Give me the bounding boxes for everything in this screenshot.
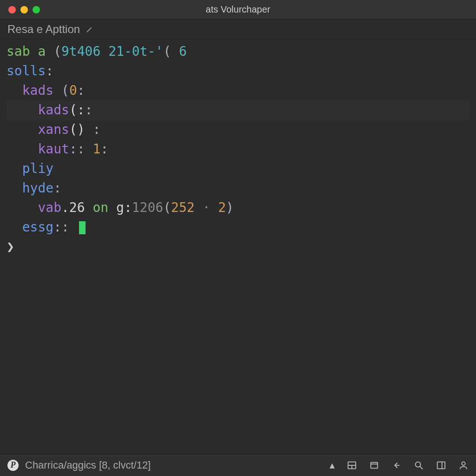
- tab-label: Resa e Apttion: [7, 23, 80, 36]
- window-title: ats Volurchaper: [206, 4, 271, 15]
- svg-rect-7: [437, 462, 445, 469]
- statusbar: P Charrica/aggics [8, clvct/12] ▴: [0, 454, 476, 476]
- search-icon[interactable]: [414, 460, 424, 470]
- code-line: kads (0:: [7, 81, 469, 100]
- prompt-symbol: ❯: [7, 239, 14, 254]
- code-line: vab.26 on g:1206(252 · 2): [7, 198, 469, 218]
- prompt-line: ❯: [7, 237, 469, 257]
- code-line: xans() :: [7, 120, 469, 139]
- status-left: P Charrica/aggics [8, clvct/12]: [7, 459, 151, 471]
- tab-active[interactable]: Resa e Apttion: [4, 21, 98, 38]
- svg-rect-3: [371, 462, 378, 468]
- code-line: sab a (9t406 21-0t-'( 6: [7, 42, 469, 61]
- code-line: pliy: [7, 159, 469, 178]
- branch-label[interactable]: Charrica/aggics [8, clvct/12]: [25, 459, 151, 471]
- pencil-icon: [86, 25, 94, 33]
- code-line: essg::: [7, 218, 469, 237]
- svg-point-5: [416, 462, 421, 467]
- code-line: hyde:: [7, 178, 469, 198]
- code-line: solls:: [7, 61, 469, 81]
- code-line: kads(::: [7, 100, 469, 120]
- user-icon[interactable]: [458, 460, 469, 470]
- close-window-button[interactable]: [8, 6, 16, 13]
- traffic-lights: [8, 6, 40, 13]
- code-line: kaut:: 1:: [7, 139, 469, 159]
- svg-line-6: [420, 466, 423, 469]
- back-arrow-icon[interactable]: [391, 460, 402, 470]
- minimize-window-button[interactable]: [20, 6, 28, 13]
- code-editor[interactable]: sab a (9t406 21-0t-'( 6 solls: kads (0: …: [0, 39, 476, 454]
- tabbar: Resa e Apttion: [0, 20, 476, 39]
- panel-layout-icon[interactable]: [347, 460, 357, 470]
- text-cursor: [79, 221, 86, 234]
- maximize-window-button[interactable]: [33, 6, 40, 13]
- project-badge[interactable]: P: [7, 460, 19, 471]
- status-right: ▴: [330, 459, 469, 471]
- sidebar-icon[interactable]: [436, 460, 446, 470]
- chevron-up-icon[interactable]: ▴: [330, 459, 335, 471]
- titlebar: ats Volurchaper: [0, 0, 476, 20]
- svg-point-9: [462, 462, 465, 465]
- window-icon[interactable]: [369, 460, 379, 470]
